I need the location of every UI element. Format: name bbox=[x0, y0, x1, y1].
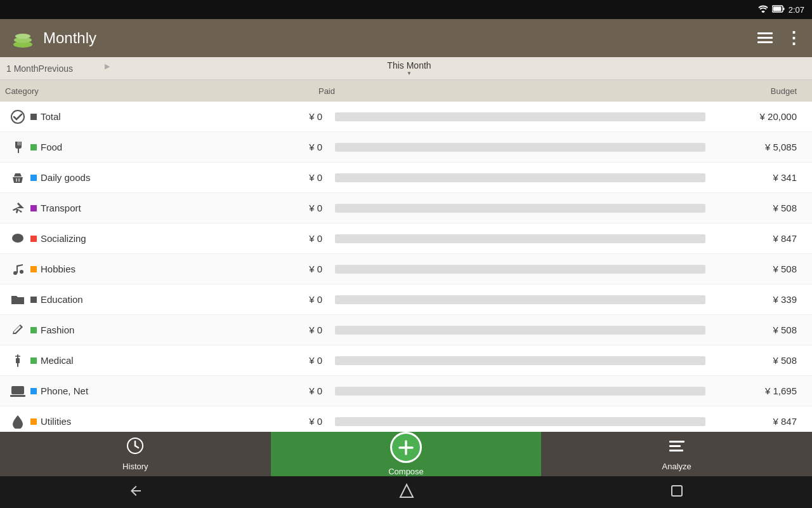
svg-line-29 bbox=[135, 446, 138, 448]
row-progress-bar-container bbox=[335, 234, 705, 243]
nav-down-arrow: ▼ bbox=[407, 70, 412, 76]
row-paid-amount: ¥ 0 bbox=[208, 203, 335, 213]
current-month-label: This Month bbox=[387, 60, 431, 70]
row-category-name: Fashion bbox=[30, 324, 208, 335]
category-color-dot bbox=[30, 297, 37, 303]
svg-rect-6 bbox=[757, 32, 773, 34]
row-progress-bar-container bbox=[335, 387, 705, 396]
row-paid-amount: ¥ 0 bbox=[208, 142, 335, 152]
row-budget-amount: ¥ 20,000 bbox=[705, 111, 807, 122]
category-color-dot bbox=[30, 358, 37, 364]
row-category-name: Utilities bbox=[30, 416, 208, 427]
row-paid-amount: ¥ 0 bbox=[208, 264, 335, 274]
row-paid-amount: ¥ 0 bbox=[208, 172, 335, 183]
table-row[interactable]: Phone, Net ¥ 0 ¥ 1,695 bbox=[0, 376, 812, 406]
category-color-dot bbox=[30, 144, 37, 150]
svg-rect-8 bbox=[757, 41, 773, 43]
wifi-icon bbox=[758, 5, 768, 15]
row-budget-amount: ¥ 5,085 bbox=[705, 142, 807, 152]
history-tab[interactable]: History bbox=[0, 432, 271, 476]
status-bar: 2:07 bbox=[0, 0, 812, 19]
row-budget-amount: ¥ 508 bbox=[705, 355, 807, 366]
svg-rect-34 bbox=[669, 450, 683, 451]
svg-point-13 bbox=[13, 271, 17, 275]
android-navigation bbox=[0, 476, 812, 508]
list-icon[interactable] bbox=[757, 32, 773, 44]
row-budget-amount: ¥ 847 bbox=[705, 416, 807, 427]
compose-tab[interactable]: Compose bbox=[271, 432, 542, 476]
compose-icon[interactable] bbox=[390, 432, 422, 463]
table-row[interactable]: Medical ¥ 0 ¥ 508 bbox=[0, 345, 812, 376]
svg-rect-2 bbox=[773, 6, 781, 11]
pen-icon bbox=[5, 323, 30, 337]
svg-point-14 bbox=[20, 270, 23, 274]
app-bar: Monthly ⋮ bbox=[0, 19, 812, 57]
category-color-dot bbox=[30, 205, 37, 211]
row-category-name: Transport bbox=[30, 203, 208, 213]
prev-month-button[interactable]: 1 MonthPrevious bbox=[0, 64, 275, 74]
svg-point-12 bbox=[12, 234, 23, 243]
analyze-icon bbox=[668, 437, 686, 459]
category-color-dot bbox=[30, 266, 37, 272]
row-category-name: Phone, Net bbox=[30, 385, 208, 396]
row-bar bbox=[335, 417, 705, 426]
table-row[interactable]: Total ¥ 0 ¥ 20,000 bbox=[0, 102, 812, 132]
row-progress-bar-container bbox=[335, 112, 705, 121]
row-budget-amount: ¥ 1,695 bbox=[705, 385, 807, 396]
row-bar bbox=[335, 387, 705, 396]
category-color-dot bbox=[30, 114, 37, 120]
svg-point-5 bbox=[15, 34, 30, 39]
folder-icon bbox=[5, 294, 30, 305]
analyze-tab[interactable]: Analyze bbox=[541, 432, 812, 476]
row-bar bbox=[335, 204, 705, 213]
time-display: 2:07 bbox=[789, 5, 804, 15]
dropdown-arrow: ▶ bbox=[105, 62, 110, 70]
row-paid-amount: ¥ 0 bbox=[208, 355, 335, 366]
svg-marker-35 bbox=[400, 485, 413, 497]
table-row[interactable]: Fashion ¥ 0 ¥ 508 bbox=[0, 315, 812, 345]
row-paid-amount: ¥ 0 bbox=[208, 294, 335, 305]
table-header: Category Paid Budget bbox=[0, 80, 812, 102]
music-icon bbox=[5, 262, 30, 276]
row-category-name: Daily goods bbox=[30, 172, 208, 183]
back-button[interactable] bbox=[128, 483, 143, 502]
table-row[interactable]: Daily goods ¥ 0 ¥ 341 bbox=[0, 163, 812, 193]
table-row[interactable]: Education ¥ 0 ¥ 339 bbox=[0, 284, 812, 315]
category-color-dot bbox=[30, 236, 37, 242]
check-icon bbox=[5, 110, 30, 124]
bottom-navigation: History Compose Analyze bbox=[0, 432, 812, 476]
home-button[interactable] bbox=[399, 483, 414, 502]
drop-icon bbox=[5, 415, 30, 429]
row-budget-amount: ¥ 508 bbox=[705, 264, 807, 274]
basket-icon bbox=[5, 171, 30, 185]
more-options-icon[interactable]: ⋮ bbox=[785, 29, 802, 48]
table-row[interactable]: Transport ¥ 0 ¥ 508 bbox=[0, 193, 812, 224]
paid-header: Paid bbox=[221, 86, 348, 96]
svg-rect-32 bbox=[669, 441, 684, 443]
row-bar bbox=[335, 295, 705, 304]
row-progress-bar-container bbox=[335, 417, 705, 426]
row-category-name: Socializing bbox=[30, 233, 208, 244]
row-budget-amount: ¥ 508 bbox=[705, 203, 807, 213]
table-row[interactable]: Socializing ¥ 0 ¥ 847 bbox=[0, 224, 812, 254]
table-row[interactable]: Hobbies ¥ 0 ¥ 508 bbox=[0, 254, 812, 284]
row-bar bbox=[335, 234, 705, 243]
row-category-name: Total bbox=[30, 111, 208, 122]
row-budget-amount: ¥ 339 bbox=[705, 294, 807, 305]
recents-button[interactable] bbox=[670, 484, 684, 501]
svg-rect-7 bbox=[757, 37, 773, 39]
svg-rect-36 bbox=[672, 486, 682, 496]
row-progress-bar-container bbox=[335, 265, 705, 274]
row-budget-amount: ¥ 508 bbox=[705, 324, 807, 335]
row-progress-bar-container bbox=[335, 356, 705, 365]
budget-header: Budget bbox=[705, 86, 807, 96]
svg-rect-18 bbox=[11, 386, 24, 394]
page-title: Monthly bbox=[43, 29, 757, 47]
row-progress-bar-container bbox=[335, 143, 705, 152]
category-color-dot bbox=[30, 327, 37, 333]
table-row[interactable]: Food ¥ 0 ¥ 5,085 bbox=[0, 132, 812, 163]
syringe-icon bbox=[5, 354, 30, 368]
category-color-dot bbox=[30, 418, 37, 425]
row-paid-amount: ¥ 0 bbox=[208, 111, 335, 122]
food-icon bbox=[5, 140, 30, 154]
